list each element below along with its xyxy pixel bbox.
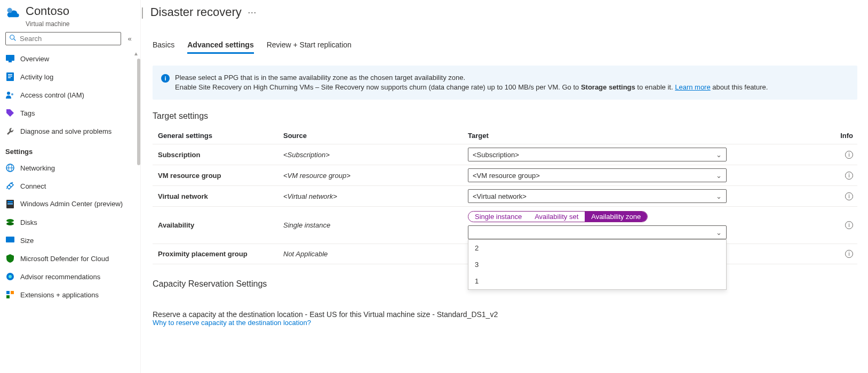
availability-pill-group: Single instance Availability set Availab… (468, 211, 648, 222)
row-availability: Availability Single instance Single inst… (153, 207, 857, 244)
wrench-icon (5, 126, 15, 136)
svg-rect-15 (7, 201, 13, 202)
sidebar-scrollbar[interactable] (137, 59, 140, 165)
more-actions-button[interactable]: ··· (248, 9, 257, 17)
sidebar-item-label: Access control (IAM) (20, 91, 84, 99)
svg-rect-16 (7, 203, 13, 205)
sidebar-item-connect[interactable]: Connect (0, 177, 140, 195)
info-tooltip-icon[interactable]: i (845, 151, 853, 159)
sidebar-item-label: Size (20, 237, 34, 245)
svg-rect-6 (8, 74, 12, 75)
svg-point-10 (11, 93, 13, 95)
sidebar-item-label: Windows Admin Center (preview) (20, 200, 123, 208)
sidebar: Contoso Virtual machine « ▲ Overview Act… (0, 0, 141, 373)
info-icon: i (161, 74, 170, 83)
section-title-target: Target settings (153, 111, 857, 121)
sidebar-item-label: Networking (20, 164, 55, 172)
availability-zone-dropdown[interactable]: ⌄ (468, 225, 727, 239)
sidebar-item-label: Connect (20, 182, 46, 190)
sidebar-item-tags[interactable]: Tags (0, 104, 140, 122)
tab-review[interactable]: Review + Start replication (267, 40, 352, 54)
svg-point-9 (7, 92, 10, 95)
search-input[interactable] (20, 35, 117, 43)
svg-point-18 (6, 222, 14, 225)
vnet-dropdown[interactable]: <Virtual network> ⌄ (468, 189, 727, 203)
svg-rect-3 (6, 55, 14, 61)
svg-point-17 (6, 219, 14, 222)
disks-icon (5, 217, 15, 227)
sidebar-item-wac[interactable]: Windows Admin Center (preview) (0, 195, 140, 213)
svg-point-0 (7, 8, 12, 13)
vmrg-dropdown[interactable]: <VM resource group> ⌄ (468, 168, 727, 182)
vm-logo-icon (5, 4, 23, 20)
tab-advanced-settings[interactable]: Advanced settings (187, 40, 253, 54)
breadcrumb: | Disaster recovery ··· (141, 0, 868, 19)
dropdown-option[interactable]: 2 (468, 240, 726, 256)
info-tooltip-icon[interactable]: i (845, 192, 853, 200)
svg-rect-4 (9, 61, 12, 62)
sidebar-item-label: Advisor recommendations (20, 273, 100, 281)
sidebar-item-label: Tags (20, 109, 35, 117)
dropdown-option[interactable]: 3 (468, 256, 726, 273)
chevron-down-icon: ⌄ (716, 151, 722, 159)
sidebar-item-defender[interactable]: Microsoft Defender for Cloud (0, 249, 140, 267)
info-tooltip-icon[interactable]: i (845, 172, 853, 180)
connect-icon (5, 181, 15, 191)
sidebar-item-overview[interactable]: Overview (0, 50, 140, 68)
sidebar-item-disks[interactable]: Disks (0, 213, 140, 231)
sidebar-item-advisor[interactable]: Advisor recommendations (0, 267, 140, 286)
svg-rect-24 (6, 295, 10, 298)
tabs: Basics Advanced settings Review + Start … (141, 19, 868, 54)
sidebar-item-label: Overview (20, 55, 49, 63)
chevron-down-icon: ⌄ (716, 192, 722, 200)
sidebar-header: Contoso (0, 0, 140, 20)
globe-icon (5, 163, 15, 173)
svg-rect-22 (6, 291, 10, 294)
pill-single-instance[interactable]: Single instance (468, 212, 528, 222)
col-header-info: Info (731, 132, 857, 140)
page-title: Disaster recovery (150, 5, 242, 19)
monitor-icon (5, 54, 15, 63)
row-vm-resource-group: VM resource group <VM resource group> <V… (153, 165, 857, 186)
log-icon (5, 72, 15, 82)
person-icon (5, 90, 15, 100)
svg-rect-19 (6, 237, 14, 242)
info-banner: i Please select a PPG that is in the sam… (153, 66, 857, 100)
sidebar-item-activity-log[interactable]: Activity log (0, 68, 140, 86)
sidebar-item-size[interactable]: Size (0, 231, 140, 249)
sidebar-item-networking[interactable]: Networking (0, 159, 140, 177)
pill-availability-set[interactable]: Availability set (528, 212, 585, 222)
capacity-text: Reserve a capacity at the destination lo… (153, 310, 857, 319)
svg-point-21 (9, 275, 12, 278)
subscription-dropdown[interactable]: <Subscription> ⌄ (468, 148, 727, 161)
size-icon (5, 236, 15, 245)
breadcrumb-divider: | (141, 5, 144, 19)
tag-icon (5, 108, 15, 118)
app-title: Contoso (26, 4, 69, 18)
svg-line-2 (14, 39, 16, 41)
search-box[interactable] (5, 32, 121, 45)
sidebar-section-settings: Settings (0, 140, 140, 159)
advisor-icon (5, 272, 15, 281)
svg-rect-8 (8, 77, 11, 78)
info-tooltip-icon[interactable]: i (845, 221, 853, 229)
capacity-link[interactable]: Why to reserve capacity at the destinati… (153, 319, 857, 327)
dropdown-option[interactable]: 1 (468, 273, 726, 289)
pill-availability-zone[interactable]: Availability zone (585, 212, 647, 222)
collapse-sidebar-button[interactable]: « (124, 35, 135, 43)
app-subtitle: Virtual machine (26, 20, 140, 28)
sidebar-item-label: Disks (20, 218, 37, 226)
server-icon (5, 199, 15, 209)
sidebar-item-extensions[interactable]: Extensions + applications (0, 286, 140, 304)
sidebar-item-diagnose[interactable]: Diagnose and solve problems (0, 122, 140, 140)
learn-more-link[interactable]: Learn more (675, 83, 710, 91)
sidebar-item-iam[interactable]: Access control (IAM) (0, 86, 140, 104)
col-header-general: General settings (158, 132, 283, 140)
sidebar-item-label: Diagnose and solve problems (20, 127, 112, 135)
info-tooltip-icon[interactable]: i (845, 250, 853, 258)
sidebar-item-label: Activity log (20, 73, 53, 81)
col-header-target: Target (468, 132, 731, 140)
banner-line1: Please select a PPG that is in the same … (175, 73, 768, 83)
shield-icon (5, 254, 15, 263)
tab-basics[interactable]: Basics (153, 40, 174, 54)
